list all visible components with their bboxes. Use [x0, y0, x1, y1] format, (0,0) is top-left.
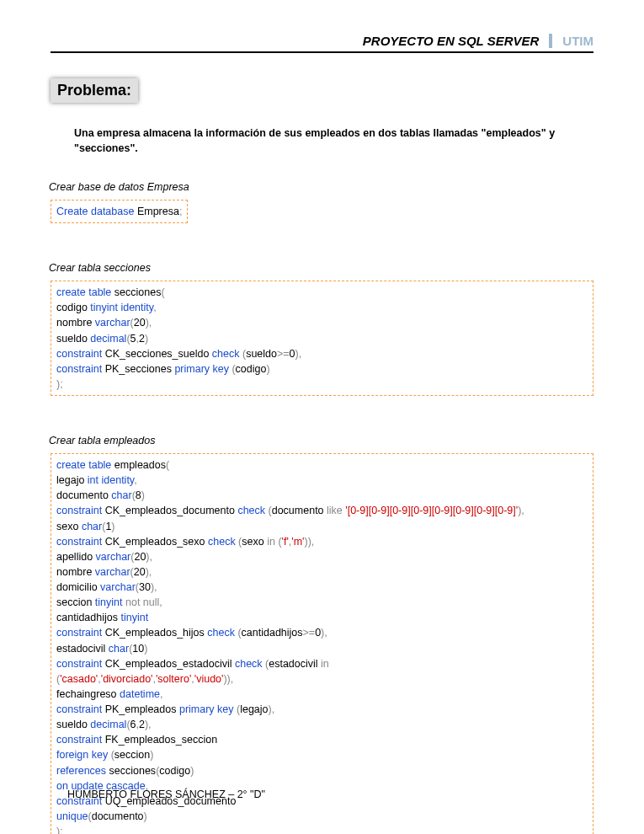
header-tag: UTIM — [556, 34, 593, 48]
section-heading: Problema: — [51, 78, 138, 103]
page-footer: HUMBERTO FLORES SÁNCHEZ – 2° "D" — [67, 789, 265, 800]
code-block-secciones: create table secciones( codigo tinyint i… — [51, 281, 593, 396]
subheading-database: Crear base de datos Empresa — [49, 181, 593, 193]
header-title: PROYECTO EN SQL SERVER — [363, 34, 553, 48]
subheading-empleados: Crear tabla empleados — [49, 435, 593, 446]
page-header: PROYECTO EN SQL SERVER UTIM — [51, 34, 593, 53]
subheading-secciones: Crear tabla secciones — [49, 262, 593, 274]
code-block-empleados: create table empleados( legajo int ident… — [51, 453, 593, 834]
code-block-database: Create database Empresa; — [51, 200, 188, 223]
problem-description: Una empresa almacena la información de s… — [74, 126, 593, 156]
